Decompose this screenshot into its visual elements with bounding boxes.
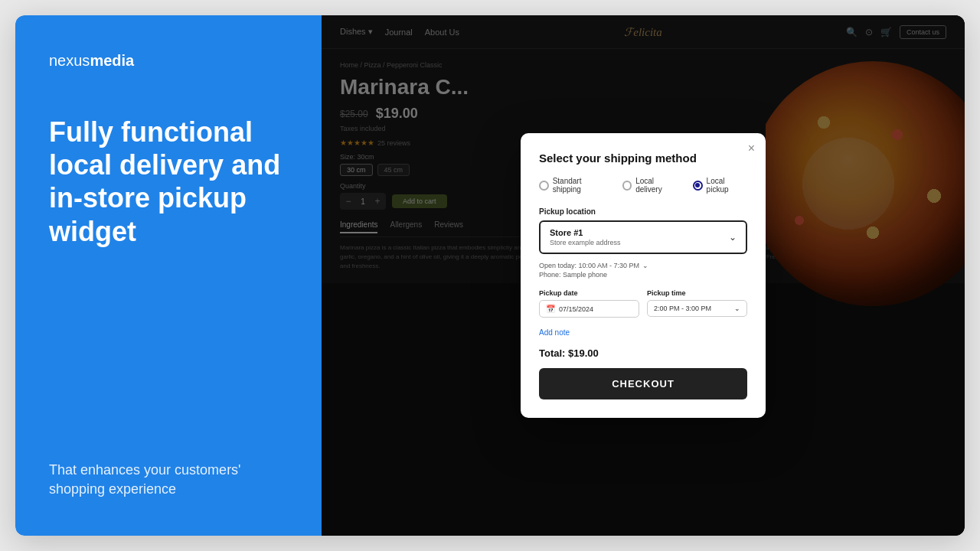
pickup-time-select[interactable]: 2:00 PM - 3:00 PM ⌄ (647, 300, 747, 317)
logo-part1: nexus (49, 52, 90, 69)
logo-part2: media (90, 52, 134, 69)
pickup-date-group: Pickup date 📅 07/15/2024 (539, 289, 639, 318)
main-wrapper: nexusmedia Fully functional local delive… (15, 15, 965, 536)
radio-local-delivery[interactable]: Local delivery (622, 177, 681, 194)
store-site: Dishes ▾ Journal About Us ℱelicita 🔍 ⊙ 🛒… (322, 15, 965, 536)
subtext: That enhances your customers' shopping e… (49, 461, 288, 499)
shipping-modal: × Select your shipping method Standart s… (521, 133, 766, 418)
location-select[interactable]: Store #1 Store example address ⌄ (539, 220, 747, 254)
pickup-time-label: Pickup time (647, 289, 747, 297)
calendar-icon: 📅 (546, 305, 555, 313)
radio-circle-local (622, 181, 632, 191)
datetime-row: Pickup date 📅 07/15/2024 Pickup time 2:0… (539, 289, 747, 318)
store-name: Store #1 (550, 228, 621, 237)
shipping-method-group: Standart shipping Local delivery Local p… (539, 177, 747, 194)
checkout-button[interactable]: CHECKOUT (539, 368, 747, 399)
modal-title: Select your shipping method (539, 152, 747, 165)
open-hours-text: Open today: 10:00 AM - 7:30 PM (539, 262, 639, 269)
modal-overlay: × Select your shipping method Standart s… (322, 15, 965, 536)
radio-circle-pickup (693, 181, 703, 191)
right-panel: Dishes ▾ Journal About Us ℱelicita 🔍 ⊙ 🛒… (322, 15, 965, 536)
radio-label-local: Local delivery (635, 177, 681, 194)
radio-pickup[interactable]: Local pickup (693, 177, 747, 194)
chevron-down-icon: ⌄ (729, 232, 737, 243)
pickup-location-label: Pickup location (539, 207, 747, 216)
add-note-link[interactable]: Add note (539, 328, 747, 337)
radio-circle-standard (539, 181, 549, 191)
logo: nexusmedia (49, 52, 288, 70)
time-chevron-icon: ⌄ (734, 305, 740, 312)
total-row: Total: $19.00 (539, 347, 747, 359)
left-panel: nexusmedia Fully functional local delive… (15, 15, 322, 536)
pickup-date-input[interactable]: 📅 07/15/2024 (539, 300, 639, 318)
pickup-date-value: 07/15/2024 (559, 305, 593, 313)
location-info: Store #1 Store example address (550, 228, 621, 246)
pickup-time-group: Pickup time 2:00 PM - 3:00 PM ⌄ (647, 289, 747, 318)
modal-close-button[interactable]: × (748, 142, 755, 155)
open-hours: Open today: 10:00 AM - 7:30 PM ⌄ (539, 262, 747, 269)
expand-hours-icon[interactable]: ⌄ (642, 262, 648, 269)
pickup-time-value: 2:00 PM - 3:00 PM (654, 305, 711, 312)
radio-standard[interactable]: Standart shipping (539, 177, 610, 194)
pickup-date-label: Pickup date (539, 289, 639, 297)
phone-info: Phone: Sample phone (539, 271, 747, 279)
store-address: Store example address (550, 239, 621, 246)
radio-label-pickup: Local pickup (707, 177, 747, 194)
radio-label-standard: Standart shipping (553, 177, 610, 194)
main-headline: Fully functional local delivery and in-s… (49, 116, 288, 248)
